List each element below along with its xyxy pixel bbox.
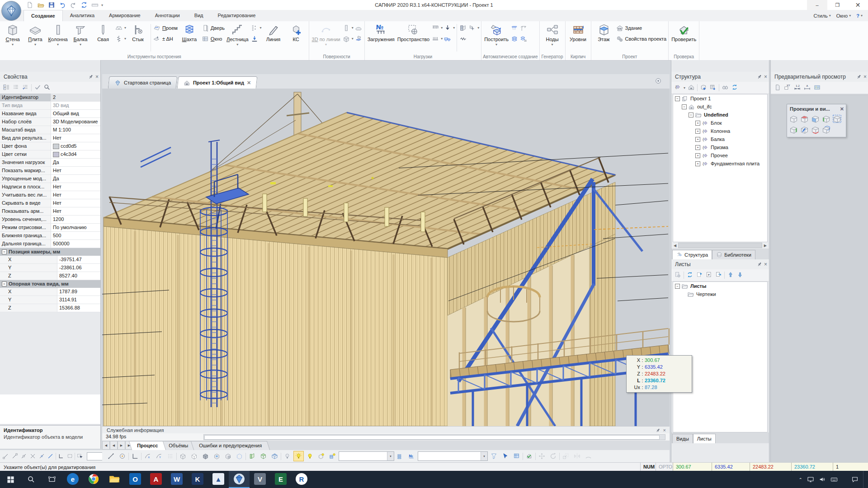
property-group-header[interactable]: −Опорная точка вида, мм xyxy=(0,280,100,288)
binoculars-button[interactable] xyxy=(722,84,729,92)
ribbon-levels-button[interactable]: Уровни xyxy=(567,22,590,43)
close-panel-icon[interactable]: × xyxy=(95,72,99,82)
close-panel-icon[interactable]: × xyxy=(764,72,767,82)
taskbar-edge-icon[interactable]: e xyxy=(62,471,83,488)
dock-tab-Листы[interactable]: Листы xyxy=(693,434,716,443)
rotate-tool-button[interactable] xyxy=(548,451,558,461)
tree-item[interactable]: + { Прочее xyxy=(673,151,767,160)
taskbar-explorer-icon[interactable] xyxy=(104,471,125,488)
property-row[interactable]: Значения нагрузок Да xyxy=(0,159,100,167)
filter-funnel-button[interactable] xyxy=(489,451,499,461)
ribbon-crane-button[interactable] xyxy=(519,23,528,33)
taskbar-chrome-icon[interactable] xyxy=(83,471,104,488)
load-case-dropdown[interactable]: ▾ xyxy=(418,451,488,461)
view-cube-pair[interactable] xyxy=(821,124,831,135)
close-palette-icon[interactable]: ✕ xyxy=(840,104,844,113)
sheet-number-button[interactable]: # xyxy=(705,271,712,279)
ribbon-genfloors-button[interactable] xyxy=(519,34,528,43)
tree-expander-icon[interactable]: − xyxy=(675,284,680,289)
lamp-on-button[interactable] xyxy=(293,451,304,461)
service-tab-2[interactable]: Ошибки и предупреждения xyxy=(191,441,270,450)
volume-icon[interactable] xyxy=(819,476,826,483)
qat-customize-icon[interactable]: ▾ xyxy=(101,3,103,7)
apply-model-button[interactable] xyxy=(524,451,534,461)
corner-snap-button[interactable] xyxy=(130,451,140,461)
view-tab-1[interactable]: Проект 1:Общий вид ✕ xyxy=(177,76,258,89)
ribbon-truss-button[interactable]: ▾ xyxy=(115,23,126,33)
property-row[interactable]: Учитывать вес ли... Нет xyxy=(0,191,100,199)
ribbon-gears-button[interactable]: Свойства проекта xyxy=(616,34,667,43)
view-cube-top[interactable] xyxy=(799,113,810,124)
snap-d-button[interactable] xyxy=(28,451,37,461)
view-cube-iso[interactable] xyxy=(788,113,799,124)
box-white-button[interactable] xyxy=(189,451,199,461)
measure-button[interactable] xyxy=(90,1,99,9)
ribbon-arrowdown-button[interactable]: ▾ xyxy=(443,23,455,33)
move-down-button[interactable] xyxy=(736,271,744,279)
view-cube-front[interactable] xyxy=(810,113,821,124)
task-view-button[interactable] xyxy=(42,471,62,488)
service-scrollbar[interactable] xyxy=(203,434,665,440)
tree-item[interactable]: + { Колонна xyxy=(673,127,767,135)
box-dashed-button[interactable] xyxy=(234,451,245,461)
ribbon-shaft-button[interactable]: Шахта xyxy=(178,22,201,43)
image-button[interactable] xyxy=(813,84,821,92)
property-row[interactable]: Скрывать в виде Нет xyxy=(0,199,100,207)
help-menu[interactable]: ?▾ xyxy=(854,13,864,19)
lamp-layers-button[interactable] xyxy=(327,451,338,461)
ribbon-building-button[interactable]: Здание xyxy=(616,23,667,33)
ribbon-striploads-button[interactable]: ▾ xyxy=(431,34,443,43)
property-row[interactable]: X -39751.47 xyxy=(0,256,100,264)
save-button[interactable] xyxy=(47,1,56,9)
tree-expander-icon[interactable]: + xyxy=(695,129,700,134)
ribbon-tab-Аннотации[interactable]: Аннотации xyxy=(148,10,187,21)
start-button[interactable] xyxy=(0,471,21,488)
ribbon-num-button[interactable]: №Загружения xyxy=(366,22,396,43)
table-filter-button[interactable] xyxy=(511,451,522,461)
pin-icon[interactable] xyxy=(757,74,762,80)
snap-b-button[interactable] xyxy=(11,451,19,461)
ribbon-window-button[interactable]: Окно xyxy=(201,34,225,43)
taskbar-word-icon[interactable]: W xyxy=(166,471,187,488)
ribbon-tab-Создание[interactable]: Создание xyxy=(24,10,63,21)
house-button[interactable] xyxy=(688,84,695,92)
property-row[interactable]: Цвет фона ccd0d5 xyxy=(0,142,100,150)
view-cube-right[interactable] xyxy=(788,124,799,135)
tree-item[interactable]: − out_ifc xyxy=(673,103,767,111)
tree-expander-icon[interactable]: + xyxy=(695,121,700,126)
property-row[interactable]: Показать маркир... Нет xyxy=(0,167,100,175)
touch-keyboard-icon[interactable] xyxy=(830,476,838,483)
snap-a-button[interactable] xyxy=(2,451,10,461)
undo-button[interactable] xyxy=(58,1,67,9)
ribbon-spring-button[interactable]: ▾ xyxy=(115,34,126,43)
ribbon-tab-Аналитика[interactable]: Аналитика xyxy=(63,10,102,21)
tree-item[interactable]: + { Призма xyxy=(673,143,767,151)
new-sheet-button[interactable] xyxy=(696,271,703,279)
tree-item[interactable]: + { Фундаментная плита xyxy=(673,160,767,168)
snap-e-button[interactable] xyxy=(38,451,46,461)
ribbon-space-button[interactable]: Пространство xyxy=(396,22,431,43)
tree-expander-icon[interactable]: − xyxy=(682,104,687,109)
lamp-yellow-button[interactable] xyxy=(305,451,315,461)
grid-3d-button[interactable] xyxy=(269,451,280,461)
ribbon-line3d-button[interactable]: 3D по линии▾ xyxy=(311,22,342,47)
add-fragment-button[interactable] xyxy=(709,84,717,92)
ribbon-joint-button[interactable]: Стык xyxy=(127,22,149,43)
taskbar-acrobat-icon[interactable]: A xyxy=(146,471,166,488)
sheet-settings-button[interactable] xyxy=(674,271,681,279)
close-button[interactable]: ✕ xyxy=(848,0,868,10)
taskbar-excel-icon[interactable]: E xyxy=(270,471,291,488)
structure-tree-hscrollbar[interactable]: ◀▶ xyxy=(673,242,768,249)
ribbon-pile-button[interactable]: Свая xyxy=(92,22,114,43)
app-logo-icon[interactable] xyxy=(1,1,21,21)
pin-icon[interactable] xyxy=(88,74,94,80)
refresh-button[interactable] xyxy=(686,271,693,279)
show-desktop-button[interactable] xyxy=(863,471,865,488)
property-row[interactable]: Y -23861.06 xyxy=(0,264,100,272)
pin-icon[interactable] xyxy=(656,428,660,433)
ribbon-column-button[interactable]: Колонна▾ xyxy=(47,22,69,47)
box-image-button[interactable] xyxy=(212,451,222,461)
maximize-button[interactable]: ❐ xyxy=(827,0,848,10)
box-dark-button[interactable] xyxy=(200,451,211,461)
close-panel-icon[interactable]: × xyxy=(764,259,767,269)
